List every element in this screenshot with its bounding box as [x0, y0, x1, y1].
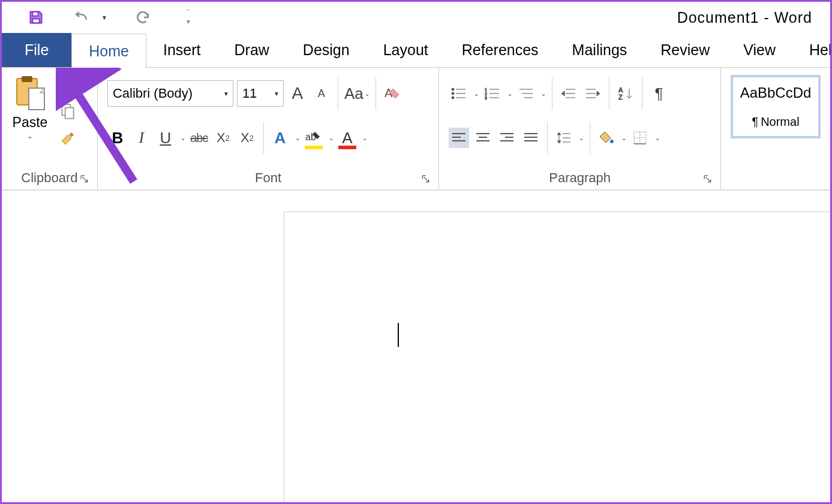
- shading-button[interactable]: [596, 128, 617, 148]
- text-effects-dropdown[interactable]: ⌄: [295, 135, 300, 141]
- ribbon: Paste ⌄ Clipboard: [2, 68, 830, 191]
- style-name: ¶ Normal: [752, 115, 799, 129]
- tab-insert[interactable]: Insert: [146, 33, 218, 67]
- italic-button[interactable]: I: [131, 128, 152, 148]
- tab-design[interactable]: Design: [286, 33, 367, 67]
- sort-button[interactable]: AZ: [615, 83, 636, 104]
- svg-point-49: [610, 140, 614, 143]
- font-size-value: 11: [242, 86, 257, 101]
- tab-file[interactable]: File: [2, 33, 71, 67]
- justify-button[interactable]: [521, 128, 541, 148]
- document-page[interactable]: [284, 212, 832, 504]
- numbering-button[interactable]: 123: [482, 83, 503, 104]
- undo-dropdown[interactable]: ▼: [101, 14, 107, 21]
- increase-indent-button[interactable]: [582, 83, 603, 104]
- svg-text:1: 1: [485, 87, 487, 92]
- multilevel-dropdown[interactable]: ⌄: [541, 90, 546, 97]
- decrease-indent-button[interactable]: [558, 83, 579, 104]
- paste-label: Paste: [13, 114, 48, 131]
- tab-layout[interactable]: Layout: [367, 33, 445, 67]
- subscript-button[interactable]: X2: [213, 128, 233, 148]
- tab-draw[interactable]: Draw: [218, 33, 286, 67]
- tab-mailings[interactable]: Mailings: [555, 33, 644, 67]
- redo-button[interactable]: [133, 7, 153, 28]
- borders-dropdown[interactable]: ⌄: [655, 135, 660, 141]
- show-hide-button[interactable]: ¶: [648, 83, 669, 104]
- chevron-down-icon: ▼: [274, 90, 280, 97]
- clear-formatting-button[interactable]: A: [382, 83, 403, 104]
- bold-button[interactable]: B: [107, 128, 128, 148]
- multilevel-list-button[interactable]: [516, 83, 536, 104]
- font-group-label: Font: [255, 170, 281, 186]
- quick-access-toolbar: ▼ ‾▾ Document1 - Word: [2, 2, 830, 33]
- svg-text:3: 3: [485, 96, 487, 100]
- group-styles: AaBbCcDd ¶ Normal: [721, 68, 830, 189]
- align-right-button[interactable]: [497, 128, 517, 148]
- tab-review[interactable]: Review: [644, 33, 726, 67]
- superscript-button[interactable]: X2: [237, 128, 257, 148]
- bullets-button[interactable]: [449, 83, 469, 104]
- text-effects-button[interactable]: A: [270, 128, 290, 148]
- format-painter-button[interactable]: [59, 130, 76, 147]
- font-size-combo[interactable]: 11 ▼: [237, 80, 284, 107]
- style-sample: AaBbCcDd: [740, 84, 812, 101]
- grow-font-button[interactable]: A: [287, 83, 308, 104]
- save-button[interactable]: [26, 7, 46, 28]
- line-spacing-button[interactable]: [554, 128, 574, 148]
- paste-dropdown[interactable]: ⌄: [27, 132, 33, 140]
- highlight-button[interactable]: ab: [304, 128, 324, 148]
- highlight-dropdown[interactable]: ⌄: [329, 135, 334, 141]
- font-dialog-launcher[interactable]: [422, 175, 432, 186]
- style-normal-tile[interactable]: AaBbCcDd ¶ Normal: [731, 75, 821, 138]
- paragraph-group-label: Paragraph: [549, 170, 611, 186]
- numbering-dropdown[interactable]: ⌄: [507, 90, 512, 97]
- group-clipboard: Paste ⌄ Clipboard: [2, 68, 98, 189]
- borders-button[interactable]: [630, 128, 650, 148]
- group-font: Calibri (Body) ▼ 11 ▼ A A Aa⌄ A B I: [98, 68, 440, 189]
- cut-button[interactable]: [60, 77, 76, 93]
- font-color-dropdown[interactable]: ⌄: [362, 135, 367, 141]
- svg-point-12: [452, 92, 454, 95]
- paste-button[interactable]: Paste ⌄: [8, 71, 52, 140]
- underline-dropdown[interactable]: ⌄: [181, 135, 185, 141]
- svg-point-14: [452, 96, 454, 99]
- paragraph-dialog-launcher[interactable]: [704, 175, 714, 186]
- window-title: Document1 - Word: [677, 9, 812, 26]
- tab-view[interactable]: View: [726, 33, 792, 67]
- undo-button[interactable]: [71, 7, 92, 28]
- customize-qat-dropdown[interactable]: ‾▾: [178, 7, 199, 28]
- svg-rect-0: [32, 12, 38, 16]
- shading-dropdown[interactable]: ⌄: [621, 135, 626, 141]
- text-cursor: [398, 323, 399, 347]
- svg-rect-4: [22, 76, 32, 82]
- group-paragraph: ⌄ 123 ⌄ ⌄ AZ ¶ ⌄: [439, 68, 721, 189]
- svg-text:A: A: [618, 86, 623, 93]
- svg-rect-7: [65, 108, 74, 119]
- svg-rect-1: [32, 19, 40, 23]
- font-color-button[interactable]: A: [337, 128, 358, 148]
- svg-point-10: [452, 88, 454, 90]
- svg-text:2: 2: [485, 92, 487, 96]
- chevron-down-icon: ▼: [223, 90, 229, 97]
- change-case-button[interactable]: Aa⌄: [344, 83, 370, 104]
- bullets-dropdown[interactable]: ⌄: [474, 90, 479, 97]
- shrink-font-button[interactable]: A: [311, 83, 332, 104]
- font-name-combo[interactable]: Calibri (Body) ▼: [107, 80, 233, 107]
- line-spacing-dropdown[interactable]: ⌄: [579, 135, 584, 141]
- tab-home[interactable]: Home: [71, 34, 146, 68]
- ribbon-tabs: File Home Insert Draw Design Layout Refe…: [2, 33, 830, 68]
- font-name-value: Calibri (Body): [113, 86, 193, 101]
- clipboard-dialog-launcher[interactable]: [80, 175, 91, 186]
- tab-help[interactable]: Help: [792, 33, 832, 67]
- strikethrough-button[interactable]: abc: [189, 128, 209, 148]
- tab-references[interactable]: References: [445, 33, 555, 67]
- clipboard-paste-icon: [13, 75, 47, 112]
- align-left-button[interactable]: [449, 128, 469, 148]
- clipboard-group-label: Clipboard: [21, 170, 77, 186]
- underline-button[interactable]: U: [155, 128, 176, 148]
- align-center-button[interactable]: [473, 128, 493, 148]
- copy-button[interactable]: [60, 102, 76, 120]
- svg-text:Z: Z: [618, 93, 623, 101]
